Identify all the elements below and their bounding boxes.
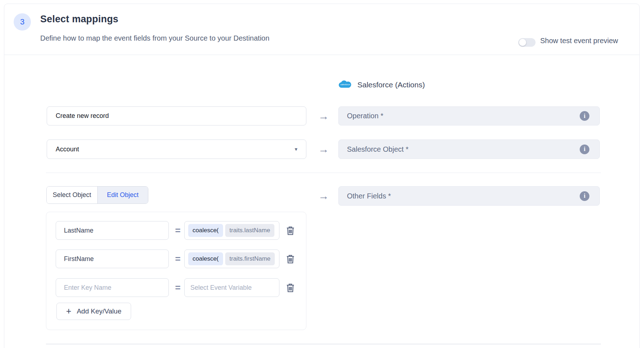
key-value-editor: = coalesce( traits.lastName = coalesce( … [46,212,306,330]
object-mode-tabs: Select Object Edit Object [46,186,148,204]
tab-select-object[interactable]: Select Object [47,187,98,203]
salesforce-object-field-label: Salesforce Object * [347,145,408,154]
info-icon[interactable]: i [580,191,589,201]
toggle-label: Show test event preview [540,37,618,45]
show-test-event-preview-toggle[interactable] [518,38,536,47]
mappings-page: 3 Select mappings Define how to map the … [0,0,644,348]
delete-row-button[interactable] [283,278,297,297]
delete-row-button[interactable] [283,221,297,240]
destination-name: Salesforce (Actions) [357,81,425,89]
key-name-input[interactable] [56,221,169,240]
operation-field[interactable]: Operation * i [338,106,600,125]
arrow-icon: → [316,186,331,206]
key-name-input[interactable] [56,249,169,268]
object-select-dropdown[interactable]: Account ▾ [47,139,306,159]
trash-icon [286,283,295,293]
equals-icon: = [171,249,185,268]
chevron-down-icon: ▾ [295,146,297,152]
other-fields-field[interactable]: Other Fields * i [338,186,600,206]
trash-icon [286,226,295,235]
key-value-row: = coalesce( traits.lastName [46,221,306,240]
key-name-input[interactable] [56,278,169,297]
other-fields-field-label: Other Fields * [347,192,391,200]
toggle-knob [519,39,526,46]
section-divider [46,173,601,173]
page-subtitle: Define how to map the event fields from … [40,34,269,42]
variable-chip[interactable]: traits.lastName [225,224,274,237]
page-title: Select mappings [40,14,119,25]
info-icon[interactable]: i [580,145,589,154]
plus-icon: + [66,307,71,316]
key-value-row: = coalesce( traits.firstName [46,249,306,268]
salesforce-object-field[interactable]: Salesforce Object * i [338,139,600,159]
bottom-divider [46,344,601,344]
variable-chip[interactable]: traits.firstName [225,252,275,265]
salesforce-icon-text: salesforce [340,83,351,86]
tab-edit-object[interactable]: Edit Object [98,187,148,203]
add-key-value-label: Add Key/Value [77,307,121,315]
salesforce-icon: salesforce [338,79,352,90]
arrow-icon: → [316,139,331,159]
add-key-value-button[interactable]: + Add Key/Value [56,303,131,320]
action-name-input[interactable] [47,106,306,125]
delete-row-button[interactable] [283,249,297,268]
header-divider [4,55,639,55]
function-chip[interactable]: coalesce( [188,252,223,265]
step-number: 3 [20,17,24,27]
trash-icon [286,254,295,264]
step-number-badge: 3 [14,13,31,31]
value-expression-field[interactable]: coalesce( traits.firstName [184,249,279,268]
equals-icon: = [171,278,185,297]
value-expression-field[interactable]: coalesce( traits.lastName [184,221,279,240]
equals-icon: = [171,221,185,240]
object-select-value: Account [56,146,79,153]
info-icon[interactable]: i [580,111,589,121]
event-variable-input[interactable] [184,278,279,297]
function-chip[interactable]: coalesce( [188,224,223,237]
operation-field-label: Operation * [347,112,383,120]
arrow-icon: → [316,106,331,125]
key-value-row: = [46,278,306,297]
